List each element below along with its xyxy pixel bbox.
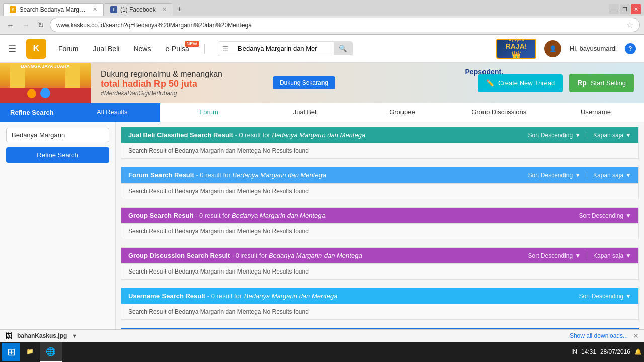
kapan-chevron-icon-4: ▼ bbox=[625, 252, 631, 259]
show-all-downloads-link[interactable]: Show all downloads... bbox=[570, 332, 628, 339]
jualbeli-result-section: Jual Beli Classified Search Result - 0 r… bbox=[121, 127, 639, 159]
search-tabs-row: Refine Search All Results Forum Jual Bel… bbox=[0, 103, 644, 122]
rp-icon: Rp bbox=[577, 79, 587, 87]
jualbeli-kapan-dropdown[interactable]: Kapan saja ▼ bbox=[593, 132, 631, 139]
raja-banner[interactable]: Ayo jadi RAJA! 👑 bbox=[496, 39, 536, 59]
nav-jualbeli[interactable]: Jual Beli bbox=[91, 45, 121, 53]
search-box: ☰ 🔍 bbox=[218, 41, 353, 56]
nav-forum[interactable]: Forum bbox=[56, 45, 80, 53]
group-sort-dropdown[interactable]: Sort Descending ▼ bbox=[579, 212, 631, 219]
kaskus-favicon: K bbox=[10, 6, 16, 13]
user-greeting: Hi, bayusumardi bbox=[570, 45, 617, 52]
forum-sort-dropdown[interactable]: Sort Descending ▼ bbox=[528, 172, 581, 179]
sort-chevron-icon-4: ▼ bbox=[575, 252, 581, 259]
jualbeli-result-body: Search Result of Bedanya Margarin dan Me… bbox=[121, 143, 638, 158]
address-text: www.kaskus.co.id/search?q=Bedanya%20Marg… bbox=[56, 22, 623, 29]
forum-result-header: Forum Search Result - 0 result for Bedan… bbox=[121, 167, 638, 183]
close-button[interactable]: ✕ bbox=[631, 4, 641, 14]
kaskus-logo[interactable]: K bbox=[26, 39, 46, 59]
sort-chevron-icon-3: ▼ bbox=[625, 212, 631, 219]
groupdiscussion-result-title: Group Discussion Search Result - 0 resul… bbox=[128, 252, 362, 259]
pepsodent-logo: Pepsodent. bbox=[465, 68, 503, 76]
group-result-title: Group Search Result - 0 result for Bedan… bbox=[128, 212, 326, 219]
group-result-header: Group Search Result - 0 result for Bedan… bbox=[121, 208, 638, 223]
search-box-menu-icon[interactable]: ☰ bbox=[218, 42, 233, 56]
nav-epulsa[interactable]: e-Pulsa NEW bbox=[163, 45, 191, 53]
kaskus-tab-label: Search Bedanya Margarin bbox=[19, 6, 87, 13]
search-input[interactable] bbox=[233, 42, 334, 55]
tab-group-discussions[interactable]: Group Discussions bbox=[451, 103, 547, 122]
group-result-controls: Sort Descending ▼ bbox=[579, 212, 631, 219]
sort-separator-2 bbox=[587, 172, 587, 179]
taskbar-chrome[interactable]: 🌐 bbox=[40, 342, 62, 362]
refine-search-button[interactable]: Refine Search bbox=[0, 103, 64, 122]
nav-news[interactable]: News bbox=[131, 45, 153, 53]
start-button[interactable]: ⊞ bbox=[2, 343, 20, 361]
groupdiscussion-result-body: Search Result of Bedanya Margarin dan Me… bbox=[121, 263, 638, 279]
group-result-section: Group Search Result - 0 result for Bedan… bbox=[121, 207, 639, 239]
help-icon[interactable]: ? bbox=[625, 43, 636, 54]
kaskus-tab[interactable]: K Search Bedanya Margarin ✕ bbox=[3, 3, 104, 16]
taskbar-date: 28/07/2016 bbox=[600, 348, 630, 355]
groupdiscussion-sort-dropdown[interactable]: Sort Descending ▼ bbox=[528, 252, 581, 259]
search-submit-button[interactable]: 🔍 bbox=[334, 42, 352, 55]
tab-all-results[interactable]: All Results bbox=[64, 103, 160, 122]
sidebar-search-input[interactable] bbox=[6, 128, 109, 142]
promo-hashtag: #MerdekaDariGigiBerlubang bbox=[101, 89, 222, 97]
sort-separator-4 bbox=[587, 252, 587, 259]
promo-banner: BANGGA JAYA JUARA Dukung regionalmu & me… bbox=[0, 63, 644, 103]
tab-forum[interactable]: Forum bbox=[160, 103, 257, 122]
main-content: Jual Beli Classified Search Result - 0 r… bbox=[116, 122, 644, 360]
nav-right: Ayo jadi RAJA! 👑 👤 Hi, bayusumardi ? bbox=[496, 39, 636, 59]
tab-username[interactable]: Username bbox=[547, 103, 644, 122]
back-button[interactable]: ← bbox=[4, 20, 17, 30]
kaskus-tab-close[interactable]: ✕ bbox=[93, 6, 97, 13]
jualbeli-result-controls: Sort Descending ▼ Kapan saja ▼ bbox=[528, 132, 631, 139]
start-selling-button[interactable]: Rp Start Selling bbox=[569, 74, 634, 92]
forum-kapan-dropdown[interactable]: Kapan saja ▼ bbox=[593, 172, 631, 179]
bookmark-star-icon[interactable]: ☆ bbox=[626, 20, 633, 30]
username-sort-dropdown[interactable]: Sort Descending ▼ bbox=[579, 293, 631, 300]
jualbeli-sort-dropdown[interactable]: Sort Descending ▼ bbox=[528, 132, 581, 139]
forum-result-title: Forum Search Result - 0 result for Bedan… bbox=[128, 171, 326, 179]
facebook-tab-close[interactable]: ✕ bbox=[162, 6, 167, 13]
notification-icon[interactable]: 🔔 bbox=[634, 348, 642, 355]
promo-actions: ✏️ Create New Thread Rp Start Selling bbox=[478, 74, 634, 92]
tab-jual-beli[interactable]: Jual Beli bbox=[257, 103, 354, 122]
content-area: Refine Search Jual Beli Classified Searc… bbox=[0, 122, 644, 360]
groupdiscussion-kapan-dropdown[interactable]: Kapan saja ▼ bbox=[593, 252, 631, 259]
group-result-body: Search Result of Bedanya Margarin dan Me… bbox=[121, 223, 638, 239]
chrome-icon: 🌐 bbox=[46, 347, 56, 356]
refresh-button[interactable]: ↻ bbox=[35, 20, 47, 31]
pencil-icon: ✏️ bbox=[486, 79, 494, 87]
taskbar-time: 14:31 bbox=[581, 348, 596, 355]
new-tab-button[interactable]: + bbox=[173, 3, 186, 16]
minimize-button[interactable]: — bbox=[609, 4, 619, 14]
sort-chevron-icon: ▼ bbox=[575, 132, 581, 139]
create-thread-button[interactable]: ✏️ Create New Thread bbox=[478, 74, 563, 92]
sort-separator bbox=[587, 132, 587, 139]
download-bar-close[interactable]: ✕ bbox=[633, 332, 639, 340]
sidebar-refine-button[interactable]: Refine Search bbox=[6, 147, 109, 163]
download-filename: bahanKaskus.jpg bbox=[17, 332, 67, 339]
kapan-chevron-icon: ▼ bbox=[625, 132, 631, 139]
username-result-title: Username Search Result - 0 result for Be… bbox=[128, 292, 338, 300]
maximize-button[interactable]: ☐ bbox=[620, 4, 630, 14]
dukung-sekarang-button[interactable]: Dukung Sekarang bbox=[273, 76, 335, 89]
facebook-tab[interactable]: f (1) Facebook ✕ bbox=[104, 3, 173, 16]
epulsa-new-badge: NEW bbox=[185, 41, 199, 47]
taskbar: ⊞ 📁 🌐 IN 14:31 28/07/2016 🔔 bbox=[0, 342, 644, 362]
user-avatar: 👤 bbox=[544, 40, 561, 57]
taskbar-file-explorer[interactable]: 📁 bbox=[20, 342, 40, 362]
download-dropdown[interactable]: ▼ bbox=[72, 333, 77, 339]
username-result-body: Search Result of Bedanya Margarin dan Me… bbox=[121, 304, 638, 319]
address-bar[interactable]: www.kaskus.co.id/search?q=Bedanya%20Marg… bbox=[50, 18, 640, 32]
tab-groupee[interactable]: Groupee bbox=[354, 103, 450, 122]
promo-main-text: Dukung regionalmu & menangkan bbox=[101, 70, 222, 79]
taskbar-right: IN 14:31 28/07/2016 🔔 bbox=[571, 348, 642, 355]
forward-button[interactable]: → bbox=[20, 20, 32, 30]
download-file-icon: 🖼 bbox=[5, 332, 12, 340]
browser-chrome: K Search Bedanya Margarin ✕ f (1) Facebo… bbox=[0, 0, 644, 35]
username-result-section: Username Search Result - 0 result for Be… bbox=[121, 288, 639, 320]
hamburger-icon[interactable]: ☰ bbox=[8, 43, 16, 54]
